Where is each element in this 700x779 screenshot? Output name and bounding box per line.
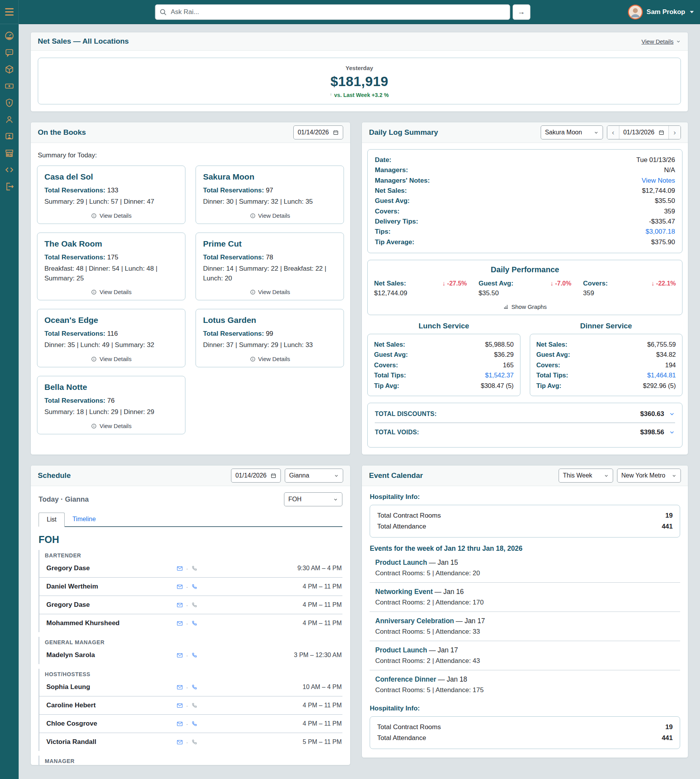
kiosk-display-icon[interactable] [4, 131, 15, 142]
net-sales-body: Yesterday $181,919 ↑ vs. Last Week +3.2 … [31, 51, 688, 111]
event-name-link[interactable]: Product Launch [375, 646, 427, 654]
show-graphs-link[interactable]: Show Graphs [374, 303, 676, 310]
hospitality-row: Total Contract Rooms 19 [377, 510, 673, 521]
info-row-value: $3,007.18 [645, 227, 675, 237]
event-date: — Jan 17 [429, 646, 458, 654]
email-icon[interactable] [176, 739, 183, 746]
phone-icon[interactable] [191, 602, 197, 608]
user-menu[interactable]: Sam Prokop [628, 5, 694, 19]
info-row-label: Managers: [375, 165, 408, 175]
location-view-details-link[interactable]: View Details [203, 350, 337, 362]
location-breakdown: Summary: 18 | Lunch: 29 | Dinner: 29 [44, 407, 178, 417]
contact-icons: · [176, 684, 218, 691]
phone-icon[interactable] [191, 565, 197, 571]
service-row-value: 194 [665, 360, 676, 370]
logout-icon[interactable] [4, 181, 15, 192]
location-card: The Oak Room Total Reservations: 175 Bre… [37, 233, 185, 300]
info-row-label: Guest Avg: [375, 196, 409, 206]
phone-icon[interactable] [191, 721, 197, 727]
event-name-link[interactable]: Networking Event [375, 588, 433, 596]
daily-log-date-input[interactable]: 01/13/2026 [619, 126, 669, 139]
total-row: TOTAL DISCOUNTS: $360.63 [375, 405, 675, 423]
search-submit-button[interactable]: → [512, 4, 530, 20]
shift-time: 3 PM – 12:30 AM [218, 652, 342, 659]
location-total-reservations: Total Reservations: 97 [203, 187, 337, 194]
location-view-details-link[interactable]: View Details [44, 283, 178, 295]
location-view-details-link[interactable]: View Details [44, 350, 178, 362]
shift-row: Gregory Dase · [39, 559, 342, 577]
email-icon[interactable] [176, 583, 183, 590]
info-row-label: Net Sales: [375, 186, 407, 196]
schedule-person-select[interactable]: Gianna [285, 469, 343, 483]
contact-icons: · [176, 620, 218, 627]
event-item: Product Launch — Jan 17 Contract Rooms: … [370, 641, 680, 670]
store-icon[interactable] [4, 148, 15, 159]
info-row-value: -$335.47 [649, 217, 675, 227]
phone-icon[interactable] [191, 739, 197, 745]
hospitality-row-value: 19 [665, 510, 673, 521]
schedule-group-select[interactable]: FOH [284, 492, 342, 506]
total-row-label: TOTAL VOIDS: [375, 429, 419, 436]
shift-time: 5 PM – 11 PM [218, 738, 342, 746]
prev-day-button[interactable]: ‹ [607, 126, 619, 139]
event-name-link[interactable]: Product Launch [375, 559, 427, 566]
service-block: Dinner Service Net Sales: $6,755.59 [530, 322, 682, 396]
info-row-value: Tue 01/13/26 [636, 155, 675, 165]
net-sales-view-details-link[interactable]: View Details [642, 38, 681, 45]
contact-icons: · [176, 721, 218, 727]
phone-icon[interactable] [191, 620, 197, 626]
email-icon[interactable] [176, 721, 183, 727]
contact-icons: · [176, 739, 218, 746]
event-name-link[interactable]: Conference Dinner [375, 675, 436, 683]
event-name-link[interactable]: Anniversary Celebration [375, 617, 454, 625]
email-icon[interactable] [176, 652, 183, 659]
payments-cash-icon[interactable] [4, 81, 15, 92]
email-icon[interactable] [176, 602, 183, 608]
event-calendar-panel: Event Calendar This Week New York Metro [361, 465, 688, 758]
info-row-value: $12,744.09 [642, 186, 675, 196]
schedule-tab[interactable]: List [39, 513, 65, 527]
location-card: Lotus Garden Total Reservations: 99 Dinn… [196, 309, 344, 367]
total-row-value[interactable]: $360.63 [640, 410, 675, 418]
shift-row: Chloe Cosgrove · [39, 714, 342, 733]
inventory-box-icon[interactable] [4, 64, 15, 75]
location-view-details-link[interactable]: View Details [203, 283, 337, 295]
email-icon[interactable] [176, 620, 183, 627]
chevron-down-icon [604, 473, 609, 478]
profile-user-icon[interactable] [4, 114, 15, 125]
phone-icon[interactable] [191, 652, 197, 658]
event-range-select[interactable]: This Week [559, 469, 613, 483]
location-view-details-link[interactable]: View Details [203, 207, 337, 219]
info-row-label: Covers: [375, 206, 399, 217]
daily-log-location-select[interactable]: Sakura Moon [541, 125, 603, 139]
schedule-tab[interactable]: Timeline [65, 513, 104, 526]
search-input[interactable] [155, 4, 510, 20]
schedule-date-input[interactable]: 01/14/2026 [231, 469, 281, 483]
hamburger-menu-icon[interactable] [0, 0, 19, 24]
event-region-select[interactable]: New York Metro [617, 469, 681, 483]
service-card: Net Sales: $6,755.59 Guest Avg: $34.82 [530, 334, 682, 396]
location-view-details-link[interactable]: View Details [44, 417, 178, 429]
email-icon[interactable] [176, 684, 183, 691]
next-day-button[interactable]: › [669, 126, 681, 139]
dashboard-gauge-icon[interactable] [4, 30, 15, 41]
messages-icon[interactable] [4, 47, 15, 58]
employee-name: Daniel Wertheim [46, 583, 176, 590]
security-shield-icon[interactable] [4, 97, 15, 108]
service-row-label: Guest Avg: [536, 349, 570, 360]
phone-icon[interactable] [191, 684, 197, 690]
email-icon[interactable] [176, 702, 183, 709]
total-row-value[interactable]: $398.56 [640, 428, 675, 436]
hospitality-info-label: Hospitality Info: [370, 705, 680, 712]
on-the-books-date-input[interactable]: 01/14/2026 [293, 125, 343, 139]
phone-icon[interactable] [191, 583, 197, 590]
chevron-down-icon [676, 39, 681, 44]
net-sales-panel: Net Sales — All Locations View Details Y… [30, 32, 688, 112]
info-row: Net Sales: $12,744.09 [375, 186, 675, 196]
developer-code-icon[interactable] [4, 164, 15, 175]
daily-log-date-nav: ‹ 01/13/2026 › [607, 125, 681, 139]
service-title: Lunch Service [367, 322, 520, 330]
location-view-details-link[interactable]: View Details [44, 207, 178, 219]
email-icon[interactable] [176, 565, 183, 572]
phone-icon[interactable] [191, 702, 197, 709]
